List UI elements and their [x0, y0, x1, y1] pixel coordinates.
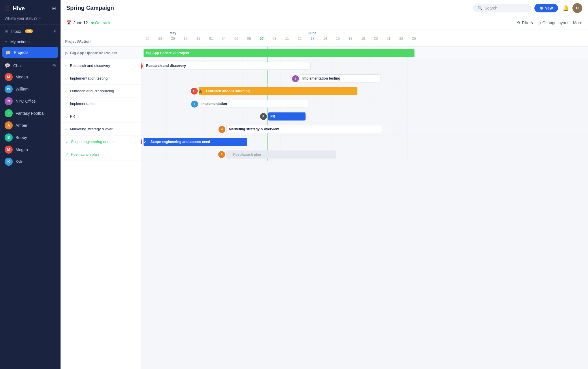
left-header-label: Project/Action — [65, 39, 91, 44]
today-line — [262, 47, 262, 161]
day-30: 30 — [179, 36, 192, 42]
bar-label-big-app: Big App Update v2 Project — [144, 51, 191, 55]
sidebar-item-my-actions[interactable]: ⌂ My actions — [0, 37, 61, 47]
task-row-implementation-testing[interactable]: ○ Implementation testing — [61, 72, 141, 85]
logo-text: Hive — [13, 5, 25, 12]
sidebar-item-chat[interactable]: 💬 Chat ⊕ — [0, 60, 61, 71]
user-initials: U — [576, 6, 578, 10]
task-row-implementation[interactable]: ○ Implementation — [61, 97, 141, 110]
task-row-postlaunch[interactable]: ✓ Post-launch plan — [61, 148, 141, 161]
more-button[interactable]: More — [573, 20, 582, 25]
gantt-wrapper: Project/Action ▷ Big App Update v2 Proje… — [61, 29, 588, 369]
gantt-row-outreach: O ⚠ Outreach and PR sourcing — [141, 85, 588, 97]
inbox-icon: ✉ — [5, 29, 8, 34]
bar-label-postlaunch: Post-launch plan — [231, 153, 263, 157]
topbar: Spring Campaign 🔍 Search ⊕ New 🔔 U — [61, 0, 588, 16]
task-row-pr[interactable]: ○ PR — [61, 110, 141, 123]
month-row: May June — [141, 29, 588, 36]
task-check-marketing: ○ — [65, 127, 67, 131]
bar-label-pr: PR — [268, 114, 278, 118]
contact-name-kyle: Kyle — [16, 159, 23, 164]
gantt-left-panel: Project/Action ▷ Big App Update v2 Proje… — [61, 29, 141, 369]
notifications-icon[interactable]: 🔔 — [563, 5, 569, 11]
new-btn-icon: ⊕ — [540, 6, 543, 10]
task-check-research: ○ — [65, 63, 67, 68]
day-04: 04 — [217, 36, 230, 42]
task-name-scope: Scope engineering and as — [71, 140, 114, 144]
chat-add-icon[interactable]: ⊕ — [52, 63, 56, 68]
task-row-research[interactable]: ○ Research and discovery — [61, 59, 141, 72]
bar-big-app-update[interactable]: Big App Update v2 Project — [144, 49, 414, 57]
sidebar-item-projects[interactable]: 📁 Projects — [2, 47, 58, 58]
bar-outreach[interactable]: O ⚠ Outreach and PR sourcing — [199, 87, 357, 95]
day-08: 08 — [268, 36, 281, 42]
sidebar-item-fantasy-football[interactable]: F Fantasy Football — [0, 107, 61, 119]
subbar-actions: ⚙ Filters ⊟ Change layout More — [517, 20, 582, 25]
status-text: What's your status? — [5, 16, 37, 20]
bar-label-research: Research and discovery — [144, 64, 188, 68]
bar-impl-test[interactable]: I Implementation testing — [300, 74, 380, 82]
postlaunch-check-icon: ✓ — [226, 153, 229, 157]
contact-name-nyc-office: NYC Office — [16, 99, 36, 103]
filters-button[interactable]: ⚙ Filters — [517, 20, 533, 25]
sidebar-item-nyc-office[interactable]: N NYC Office — [0, 95, 61, 107]
bar-pr[interactable]: P PR — [268, 112, 306, 121]
contact-name-megan2: Megan — [16, 147, 28, 152]
bar-implementation[interactable]: I Implementation — [199, 100, 308, 108]
inbox-badge: 99+ — [25, 29, 33, 33]
bar-label-impl-test: Implementation testing — [300, 76, 342, 80]
avatar-pr: P — [259, 112, 267, 121]
layout-icon: ⊟ — [538, 20, 541, 25]
task-name-outreach: Outreach and PR sourcing — [70, 89, 114, 93]
task-check-scope: ✓ — [65, 140, 69, 144]
avatar-megan: M — [5, 73, 13, 81]
inbox-expand-icon: ▾ — [54, 29, 56, 34]
change-layout-button[interactable]: ⊟ Change layout — [538, 20, 568, 25]
task-row-marketing[interactable]: ○ Marketing strategy & over — [61, 123, 141, 135]
bar-research[interactable]: Research and discovery — [144, 62, 311, 70]
gantt-row-scope: S ✓ Scope engineering and assess need — [141, 135, 588, 148]
group-label: Big App Update v2 Project — [70, 51, 117, 55]
warning-icon: ⚠ — [199, 89, 202, 93]
gantt-row-pr: P PR — [141, 110, 588, 123]
divider — [0, 25, 61, 25]
sidebar-item-amber[interactable]: A Amber — [0, 119, 61, 131]
new-button[interactable]: ⊕ New — [534, 4, 558, 12]
task-row-outreach[interactable]: ○ Outreach and PR sourcing — [61, 85, 141, 97]
status-row[interactable]: What's your status? ▾ — [0, 14, 61, 23]
date-text: June 12 — [74, 20, 88, 25]
task-check-impl: ○ — [65, 101, 67, 106]
day-22: 22 — [395, 36, 408, 42]
day-25b: 25 — [408, 36, 420, 42]
grid-icon[interactable]: ⊞ — [52, 5, 56, 12]
day-11: 11 — [281, 36, 293, 42]
day-05: 05 — [230, 36, 243, 42]
sidebar-item-william[interactable]: W William — [0, 83, 61, 95]
bar-marketing[interactable]: M Marketing strategy & overview — [226, 125, 382, 133]
sidebar-item-megan[interactable]: M Megan — [0, 71, 61, 83]
user-avatar[interactable]: U — [572, 3, 582, 13]
sidebar: ☰ Hive ⊞ What's your status? ▾ ✉ Inbox 9… — [0, 0, 61, 369]
avatar-nyc-office: N — [5, 97, 13, 105]
change-layout-label: Change layout — [542, 20, 568, 25]
avatar-implementation: I — [191, 100, 199, 108]
task-name-marketing: Marketing strategy & over — [70, 127, 112, 131]
task-name-postlaunch: Post-launch plan — [71, 152, 99, 157]
status-on-track: On track — [91, 20, 110, 25]
sidebar-item-bobby[interactable]: B Bobby — [0, 131, 61, 144]
gantt-row-group: Big App Update v2 Project — [141, 47, 588, 59]
search-box[interactable]: 🔍 Search — [473, 4, 531, 12]
chat-icon: 💬 — [5, 63, 10, 68]
task-check-postlaunch: ✓ — [65, 152, 69, 157]
task-row-scope[interactable]: ✓ Scope engineering and as — [61, 135, 141, 148]
bar-postlaunch[interactable]: P ✓ Post-launch plan — [226, 150, 336, 159]
task-group-row[interactable]: ▷ Big App Update v2 Project — [61, 47, 141, 59]
day-21: 21 — [382, 36, 395, 42]
sidebar-item-kyle[interactable]: K Kyle — [0, 156, 61, 168]
bar-scope[interactable]: S ✓ Scope engineering and assess need — [144, 138, 247, 146]
gantt-right-panel: May June 25 28 29 30 31 01 04 05 06 07 — [141, 29, 588, 369]
project-date: 📅 June 12 — [66, 20, 88, 25]
sidebar-item-megan2[interactable]: M Megan — [0, 144, 61, 156]
divider-2 — [0, 59, 61, 59]
sidebar-item-inbox[interactable]: ✉ Inbox 99+ ▾ — [0, 26, 61, 37]
